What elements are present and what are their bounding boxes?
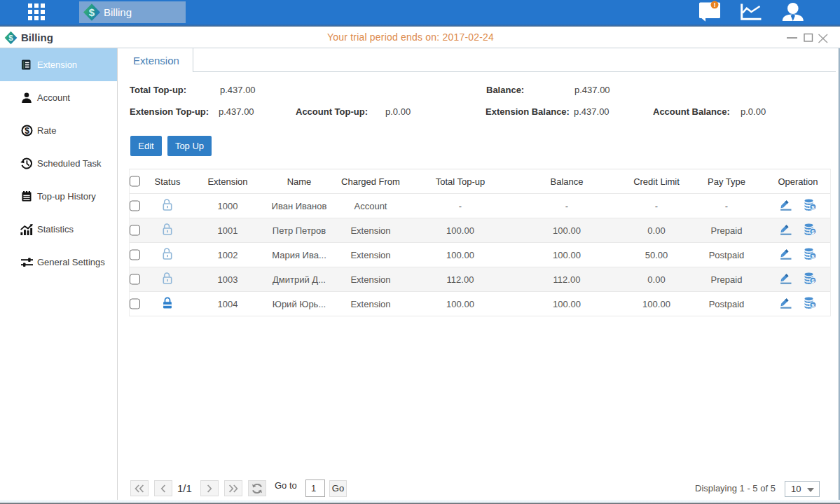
svg-text:$: $: [811, 229, 815, 235]
svg-text:$: $: [25, 126, 29, 136]
svg-text:!: !: [713, 1, 715, 8]
svg-text:$: $: [811, 302, 815, 309]
svg-text:$: $: [811, 253, 815, 260]
svg-text:$: $: [8, 34, 13, 42]
svg-text:$: $: [811, 204, 815, 211]
svg-text:$: $: [811, 278, 815, 284]
svg-text:$: $: [89, 6, 95, 18]
